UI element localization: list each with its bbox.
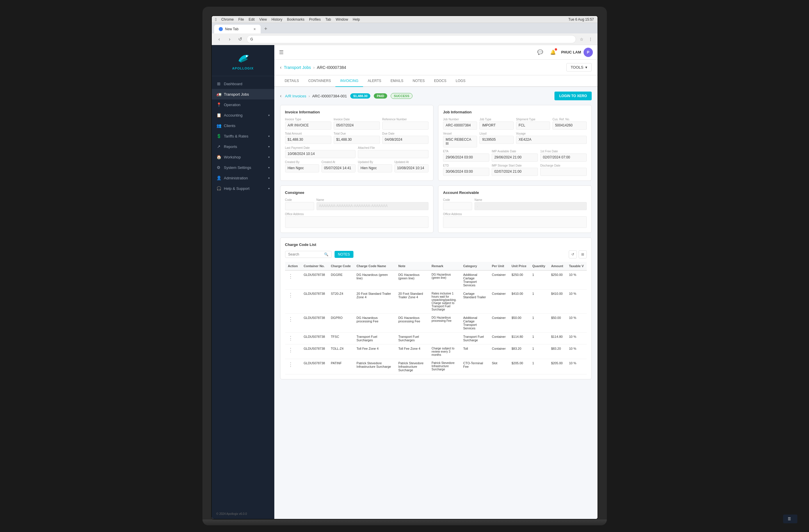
actions-fab-button[interactable]: ☰ <box>783 515 797 523</box>
tab-close-button[interactable]: × <box>253 27 256 31</box>
bookmark-button[interactable]: ☆ <box>578 36 585 43</box>
attached-file-label: Attached File <box>358 146 429 149</box>
new-tab-button[interactable]: + <box>262 25 270 33</box>
tab-notes[interactable]: NOTES <box>408 75 429 87</box>
info-grid: Invoice Information Invoice Type A/R INV… <box>280 105 592 233</box>
cell-container: GLDU5078738 <box>301 270 328 289</box>
sidebar-item-dashboard[interactable]: ⊞ Dashboard <box>212 78 274 89</box>
menu-view[interactable]: View <box>259 17 267 21</box>
cell-action[interactable]: ⋮ <box>285 270 301 289</box>
consignee-fields: Code . Name AAAAAAA-AAAAAAA-AAAAAAA-AAAA… <box>285 198 429 210</box>
charge-search-input[interactable] <box>288 252 322 256</box>
job-number-group: Job Number ARC-I00007384 <box>443 118 477 130</box>
sidebar-item-reports[interactable]: ↗ Reports ▾ <box>212 141 274 152</box>
notes-button[interactable]: NOTES <box>334 251 354 258</box>
settings-button[interactable]: ⋮ <box>587 36 594 43</box>
amount-badge: $1,488.30 <box>350 93 370 99</box>
cell-quantity: 1 <box>530 270 548 289</box>
menu-tab[interactable]: Tab <box>326 17 331 21</box>
tab-alerts[interactable]: ALERTS <box>363 75 386 87</box>
breadcrumb-back-button[interactable]: ‹ <box>280 65 281 70</box>
cell-charge-code: TOLL-Z4 <box>328 344 354 359</box>
cell-taxable: 10 % <box>566 344 587 359</box>
workshop-arrow: ▾ <box>268 156 270 159</box>
sidebar-item-workshop[interactable]: 🏠 Workshop ▾ <box>212 152 274 162</box>
cell-action[interactable]: ⋮ <box>285 333 301 344</box>
col-category: Category <box>460 262 489 270</box>
sidebar-item-accounting[interactable]: 📋 Accounting ▾ <box>212 110 274 120</box>
notification-button[interactable]: 🔔 <box>548 48 558 57</box>
menu-file[interactable]: File <box>238 17 244 21</box>
menu-profiles[interactable]: Profiles <box>309 17 321 21</box>
invoice-back-button[interactable]: ‹ <box>280 93 281 99</box>
tab-logs[interactable]: LOGS <box>451 75 470 87</box>
sidebar-item-tariffs[interactable]: 💲 Tariffs & Rates ▾ <box>212 131 274 141</box>
settings-arrow: ▾ <box>268 166 270 169</box>
menu-edit[interactable]: Edit <box>249 17 255 21</box>
sidebar-item-administration[interactable]: 👤 Administration ▾ <box>212 173 274 183</box>
cell-action[interactable]: ⋮ <box>285 314 301 333</box>
transport-jobs-icon: 🚛 <box>217 92 221 96</box>
hamburger-menu[interactable]: ☰ <box>279 49 283 55</box>
job-type-label: Job Type <box>479 118 513 121</box>
breadcrumb-parent-link[interactable]: Transport Jobs <box>284 65 311 70</box>
search-icon: 🔍 <box>324 252 328 256</box>
sidebar-footer: © 2024 Apollogix v6.0.0 <box>212 509 274 519</box>
updated-at-value: 10/08/2024 10:14 <box>394 164 429 172</box>
invoice-id: ARC-I00007384-001 <box>312 94 347 98</box>
sidebar-item-operation[interactable]: 📍 Operation <box>212 100 274 110</box>
tools-button[interactable]: TOOLS ▾ <box>566 63 592 72</box>
chrome-tab[interactable]: New Tab × <box>214 25 261 33</box>
columns-button[interactable]: ⊞ <box>579 250 587 259</box>
dashboard-icon: ⊞ <box>217 82 221 86</box>
consignee-office-label: Office Address <box>285 213 429 216</box>
tariffs-icon: 💲 <box>217 134 221 138</box>
cell-charge-code: DGPRO <box>328 314 354 333</box>
ar-title: Account Receivable <box>443 191 587 195</box>
col-note: Note <box>395 262 429 270</box>
forward-button[interactable]: › <box>226 35 234 43</box>
app-header: ☰ 💬 🔔 PHUC LAM P <box>274 45 598 59</box>
menu-bookmarks[interactable]: Bookmarks <box>287 17 304 21</box>
sidebar-item-system-settings[interactable]: ⚙ System Settings ▾ <box>212 162 274 173</box>
etd-label: ETD <box>443 164 489 167</box>
lloyd-label: Lloyd <box>479 132 513 135</box>
eta-value: 29/06/2024 03:00 <box>443 154 489 162</box>
invoice-breadcrumb: A/R Invoices › ARC-I00007384-001 <box>285 94 347 98</box>
apple-logo[interactable]:  <box>215 17 217 22</box>
tab-containers[interactable]: CONTAINERS <box>304 75 336 87</box>
table-row: ⋮ GLDU5078738 DGPRO DG Hazardous process… <box>285 314 587 333</box>
cell-action[interactable]: ⋮ <box>285 344 301 359</box>
sidebar-item-clients[interactable]: 👥 Clients <box>212 120 274 131</box>
menu-help[interactable]: Help <box>353 17 360 21</box>
breadcrumb: ‹ Transport Jobs › ARC-I00007384 <box>280 65 346 70</box>
consignee-office-group: Office Address . <box>285 213 429 228</box>
menu-chrome[interactable]: Chrome <box>221 17 234 21</box>
cell-unit-price: $114.80 <box>509 333 529 344</box>
tab-emails[interactable]: EMAILS <box>386 75 408 87</box>
menu-history[interactable]: History <box>271 17 282 21</box>
refresh-button[interactable]: ↺ <box>569 250 577 259</box>
tab-invoicing[interactable]: INVOICING <box>335 75 363 87</box>
back-button[interactable]: ‹ <box>215 35 223 43</box>
consignee-title: Consignee <box>285 191 429 195</box>
due-date-label: Due Date <box>382 132 429 135</box>
user-avatar[interactable]: P <box>584 48 593 57</box>
login-xero-button[interactable]: LOGIN TO XERO <box>554 92 591 100</box>
sidebar: APOLLOGIX ⊞ Dashboard 🚛 Transport Jobs 📍… <box>212 45 274 519</box>
invoice-information-section: Invoice Information Invoice Type A/R INV… <box>280 105 434 181</box>
cell-action[interactable]: ⋮ <box>285 359 301 374</box>
cell-action[interactable]: ⋮ <box>285 289 301 314</box>
ar-invoices-link[interactable]: A/R Invoices <box>285 94 306 98</box>
imp-available-value: 29/06/2024 21:00 <box>492 154 538 162</box>
tab-details[interactable]: DETAILS <box>280 75 304 87</box>
tab-edocs[interactable]: EDOCS <box>429 75 451 87</box>
cell-quantity: 1 <box>530 314 548 333</box>
charge-search-box[interactable]: 🔍 <box>285 251 332 258</box>
address-bar[interactable]: G <box>247 35 576 43</box>
menu-window[interactable]: Window <box>336 17 348 21</box>
sidebar-item-help-support[interactable]: 🎧 Help & Support ▾ <box>212 183 274 194</box>
reload-button[interactable]: ↺ <box>236 35 244 43</box>
chat-button[interactable]: 💬 <box>536 48 545 57</box>
sidebar-item-transport-jobs[interactable]: 🚛 Transport Jobs <box>212 89 274 100</box>
